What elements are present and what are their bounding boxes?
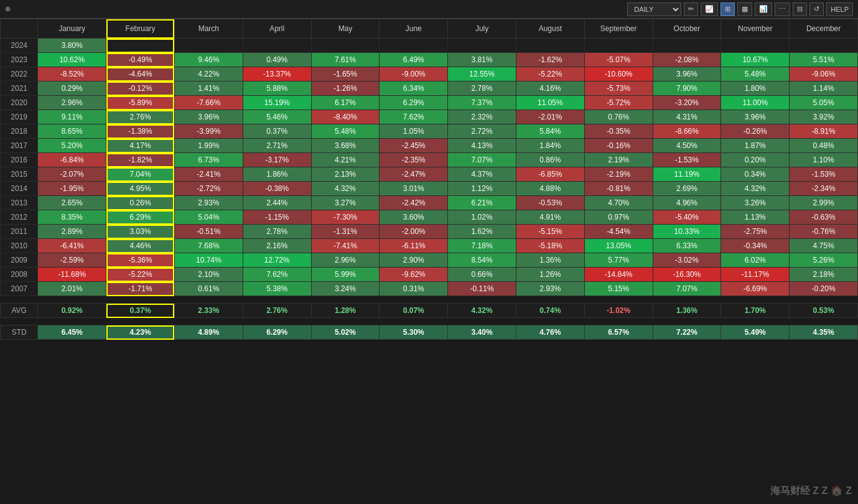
col-august: August	[516, 19, 584, 39]
data-cell: -2.34%	[790, 182, 858, 196]
data-cell: 8.54%	[448, 253, 516, 268]
table-row: 20128.35%6.29%5.04%-1.15%-7.30%3.60%1.02…	[1, 210, 858, 225]
data-cell: 1.26%	[516, 268, 584, 282]
data-cell: 6.33%	[653, 239, 721, 253]
data-cell: 7.07%	[653, 282, 721, 296]
year-cell: 2016	[1, 153, 38, 167]
bar-tool-btn[interactable]: ▦	[737, 2, 752, 16]
data-cell: 7.37%	[448, 96, 516, 110]
data-cell: 11.00%	[721, 96, 790, 110]
data-cell: 0.86%	[516, 153, 584, 167]
pencil-tool-btn[interactable]: ✏	[684, 2, 698, 16]
data-cell: -7.30%	[311, 210, 380, 225]
avg-cell: 2.33%	[174, 304, 243, 318]
year-cell: 2022	[1, 67, 38, 82]
std-cell: 5.49%	[721, 325, 790, 340]
data-cell: -5.15%	[516, 225, 584, 239]
avg-row: AVG0.92%0.37%2.33%2.76%1.28%0.07%4.32%0.…	[1, 304, 858, 318]
data-cell: -5.89%	[106, 96, 175, 110]
data-cell: 1.36%	[516, 253, 584, 268]
data-cell: 0.34%	[721, 167, 790, 182]
scatter-tool-btn[interactable]: ⋯	[775, 2, 790, 16]
data-cell: -8.91%	[790, 124, 858, 139]
spacer-row	[1, 296, 858, 304]
data-cell: 5.15%	[584, 282, 653, 296]
year-cell: 2018	[1, 124, 38, 139]
data-cell: -2.08%	[653, 53, 721, 67]
line-tool-btn[interactable]: 📈	[701, 2, 718, 16]
data-cell: 6.17%	[311, 96, 380, 110]
timeframe-dropdown[interactable]: DAILY WEEKLY MONTHLY	[627, 2, 681, 16]
data-cell	[653, 39, 721, 53]
data-cell: 6.73%	[174, 153, 243, 167]
chart-tool-btn[interactable]: 📊	[755, 2, 772, 16]
help-btn[interactable]: HELP	[826, 2, 853, 16]
reset-btn[interactable]: ↺	[809, 2, 824, 16]
data-cell: -1.15%	[243, 210, 311, 225]
table-row: 20132.65%0.26%2.93%2.44%3.27%-2.42%6.21%…	[1, 196, 858, 210]
year-cell: 2024	[1, 39, 38, 53]
data-cell: 5.77%	[584, 253, 653, 268]
data-cell: -1.71%	[106, 282, 175, 296]
data-cell	[243, 39, 311, 53]
data-cell	[106, 39, 175, 53]
data-cell: -6.69%	[721, 282, 790, 296]
data-cell: 4.32%	[311, 182, 380, 196]
data-cell: -8.52%	[38, 67, 106, 82]
year-header	[1, 19, 38, 39]
grid-tool-btn[interactable]: ⊞	[720, 2, 735, 16]
data-cell: -11.68%	[38, 268, 106, 282]
data-cell: 11.05%	[516, 96, 584, 110]
data-cell: 2.71%	[243, 139, 311, 153]
data-cell: -7.66%	[174, 96, 243, 110]
data-cell: 3.96%	[721, 110, 790, 124]
data-cell	[584, 39, 653, 53]
data-cell: 4.50%	[653, 139, 721, 153]
data-cell: 6.29%	[380, 96, 448, 110]
data-cell: 6.34%	[380, 82, 448, 96]
data-cell: 6.02%	[721, 253, 790, 268]
table-row: 20188.65%-1.38%-3.99%0.37%5.48%1.05%2.72…	[1, 124, 858, 139]
data-cell: 4.32%	[721, 182, 790, 196]
data-cell: -0.49%	[106, 53, 175, 67]
data-cell: 4.13%	[448, 139, 516, 153]
avg-cell: -1.02%	[584, 304, 653, 318]
data-cell: 4.16%	[516, 82, 584, 96]
data-cell: 3.96%	[653, 67, 721, 82]
data-cell: -1.38%	[106, 124, 175, 139]
data-cell: 1.86%	[243, 167, 311, 182]
data-cell: 4.21%	[311, 153, 380, 167]
data-cell: -5.72%	[584, 96, 653, 110]
data-cell: 1.12%	[448, 182, 516, 196]
data-cell: 7.62%	[380, 110, 448, 124]
data-cell: 3.03%	[106, 225, 175, 239]
data-cell: -5.36%	[106, 253, 175, 268]
table-tool-btn[interactable]: ⊟	[793, 2, 807, 16]
data-cell: 1.14%	[790, 82, 858, 96]
col-april: April	[243, 19, 311, 39]
col-november: November	[721, 19, 790, 39]
year-cell: 2007	[1, 282, 38, 296]
data-cell: 2.99%	[790, 196, 858, 210]
year-cell: 2020	[1, 96, 38, 110]
year-cell: 2013	[1, 196, 38, 210]
data-cell: -6.11%	[380, 239, 448, 253]
avg-cell: 4.32%	[448, 304, 516, 318]
data-cell: -1.82%	[106, 153, 175, 167]
data-cell: 5.05%	[790, 96, 858, 110]
table-row: 2016-6.84%-1.82%6.73%-3.17%4.21%-2.35%7.…	[1, 153, 858, 167]
data-cell: 4.75%	[790, 239, 858, 253]
data-cell: 2.93%	[174, 196, 243, 210]
data-cell: 2.93%	[516, 282, 584, 296]
data-cell: 1.10%	[790, 153, 858, 167]
data-cell: 0.48%	[790, 139, 858, 153]
year-cell: 2021	[1, 82, 38, 96]
data-cell: 4.95%	[106, 182, 175, 196]
data-cell: 3.92%	[790, 110, 858, 124]
avg-cell: 1.36%	[653, 304, 721, 318]
data-cell: 0.97%	[584, 210, 653, 225]
year-cell: 2017	[1, 139, 38, 153]
data-cell: -5.22%	[106, 268, 175, 282]
data-cell	[380, 39, 448, 53]
std-cell: 4.35%	[790, 325, 858, 340]
